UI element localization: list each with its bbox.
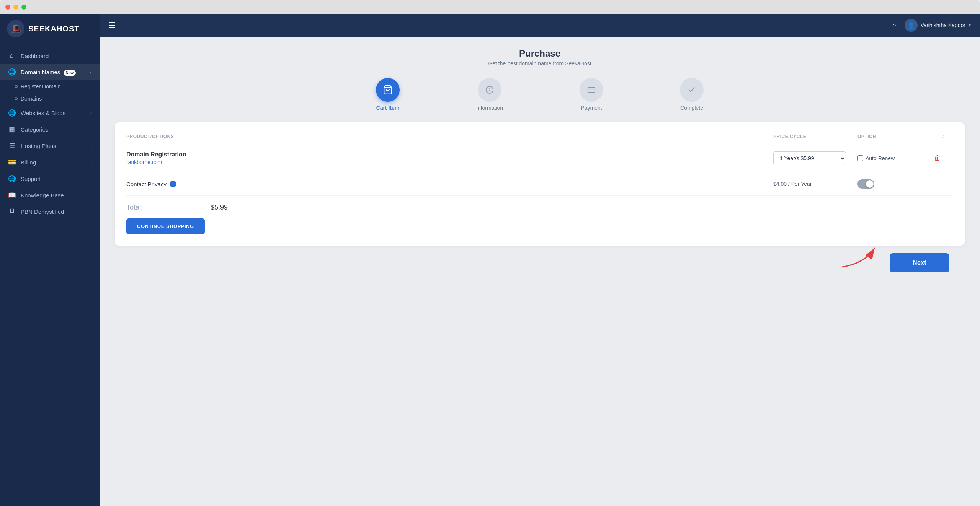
hamburger-menu-icon[interactable]: ☰ — [109, 21, 116, 30]
pbn-icon: 🖥 — [8, 208, 16, 215]
sidebar-item-support[interactable]: 🌐 Support — [0, 171, 100, 187]
price-cycle-select[interactable]: 1 Year/s $5.99 2 Year/s $11.98 — [773, 151, 846, 165]
globe-icon: 🌐 — [8, 68, 16, 76]
sidebar-item-websites-blogs[interactable]: 🌐 Websites & Blogs ‹ — [0, 105, 100, 121]
logo-icon: 🎩 — [7, 20, 24, 37]
step-label-complete: Complete — [680, 105, 703, 111]
sidebar-navigation: ⌂ Dashboard 🌐 Domain Names New ▾ Registe… — [0, 44, 100, 223]
support-icon: 🌐 — [8, 175, 16, 183]
total-row: Total: $5.99 — [126, 196, 953, 215]
websites-icon: 🌐 — [8, 109, 16, 117]
step-complete: Complete — [680, 78, 704, 111]
delete-icon[interactable]: 🗑 — [934, 154, 941, 162]
step-label-payment: Payment — [581, 105, 602, 111]
col-product: PRODUCT/OPTIONS — [126, 134, 773, 139]
toggle-cell — [858, 179, 934, 189]
cart-card: PRODUCT/OPTIONS PRICE/CYCLE OPTION # Dom… — [115, 122, 965, 246]
maximize-dot[interactable] — [21, 5, 26, 10]
sidebar-item-categories[interactable]: ▦ Categories — [0, 121, 100, 138]
sidebar-item-label: Dashboard — [21, 53, 92, 59]
sidebar-item-label: Hosting Plans — [21, 143, 86, 149]
step-circle-payment — [580, 78, 603, 102]
sidebar-item-domain-names[interactable]: 🌐 Domain Names New ▾ — [0, 64, 100, 80]
sub-dot-icon — [15, 85, 18, 88]
chevron-right-icon: ‹ — [90, 111, 92, 116]
step-connector-3 — [607, 89, 676, 89]
minimize-dot[interactable] — [13, 5, 18, 10]
close-dot[interactable] — [5, 5, 10, 10]
chevron-right-icon: ‹ — [90, 143, 92, 149]
sidebar-item-label: Knowledge Base — [21, 192, 92, 198]
user-menu[interactable]: 👤 Vashishtha Kapoor ▾ — [905, 19, 971, 32]
sidebar-item-label: Categories — [21, 126, 92, 133]
next-button[interactable]: Next — [890, 253, 949, 272]
step-circle-complete — [680, 78, 704, 102]
step-label-information: Information — [476, 105, 503, 111]
home-nav-icon[interactable]: ⌂ — [892, 21, 897, 30]
sidebar-item-billing[interactable]: 💳 Billing ‹ — [0, 154, 100, 171]
domain-names-submenu: Register Domain Domains — [0, 80, 100, 105]
main-content: Purchase Get the best domain name from S… — [100, 37, 980, 506]
new-badge: New — [64, 70, 76, 76]
bottom-action-area: Next — [115, 253, 965, 280]
chevron-right-icon: ‹ — [90, 160, 92, 165]
step-circle-cart — [376, 78, 400, 102]
main-area: ☰ ⌂ 👤 Vashishtha Kapoor ▾ Purchase Get t… — [100, 14, 980, 506]
auto-renew-label[interactable]: Auto Renew — [858, 155, 934, 161]
page-title: Purchase — [115, 48, 965, 59]
info-icon[interactable]: i — [170, 181, 176, 187]
contact-privacy-row: Contact Privacy i $4.00 / Per Year — [126, 172, 953, 196]
window-chrome — [0, 0, 980, 14]
sub-dot-icon — [15, 97, 18, 100]
top-navigation: ☰ ⌂ 👤 Vashishtha Kapoor ▾ — [100, 14, 980, 37]
page-header: Purchase Get the best domain name from S… — [115, 48, 965, 67]
avatar: 👤 — [905, 19, 918, 32]
sidebar-item-knowledge-base[interactable]: 📖 Knowledge Base — [0, 187, 100, 203]
page-subtitle: Get the best domain name from SeekaHost — [115, 60, 965, 67]
price-cycle-cell: 1 Year/s $5.99 2 Year/s $11.98 — [773, 151, 858, 165]
col-price: PRICE/CYCLE — [773, 134, 858, 139]
user-chevron-icon: ▾ — [969, 23, 971, 28]
sidebar-item-label: Domain Names New — [21, 69, 85, 75]
step-payment: Payment — [580, 78, 603, 111]
sidebar-item-domains[interactable]: Domains — [0, 93, 100, 105]
sidebar-item-label: Billing — [21, 159, 86, 166]
privacy-price: $4.00 / Per Year — [773, 181, 812, 187]
step-label-cart: Cart Item — [376, 105, 400, 111]
product-name: Domain Registration — [126, 151, 773, 158]
auto-renew-cell: Auto Renew — [858, 155, 934, 161]
sidebar-item-label: Support — [21, 176, 92, 182]
arrow-annotation — [835, 240, 880, 272]
top-nav-right: ⌂ 👤 Vashishtha Kapoor ▾ — [892, 19, 971, 32]
contact-privacy-toggle[interactable] — [858, 179, 874, 189]
logo-text: SEEKAHOST — [28, 24, 79, 33]
sidebar-item-dashboard[interactable]: ⌂ Dashboard — [0, 48, 100, 64]
home-icon: ⌂ — [8, 52, 16, 60]
step-connector-2 — [507, 89, 576, 89]
sidebar-item-pbn-demystified[interactable]: 🖥 PBN Demystified — [0, 203, 100, 220]
sidebar-item-label: PBN Demystified — [21, 208, 92, 215]
stepper: Cart Item Information — [115, 78, 965, 111]
sidebar-item-label: Websites & Blogs — [21, 110, 86, 116]
step-information: Information — [476, 78, 503, 111]
auto-renew-checkbox[interactable] — [858, 155, 863, 161]
col-option: OPTION — [858, 134, 934, 139]
sidebar-item-hosting-plans[interactable]: ☰ Hosting Plans ‹ — [0, 138, 100, 154]
total-amount: $5.99 — [211, 203, 228, 212]
sidebar-item-register-domain[interactable]: Register Domain — [0, 80, 100, 93]
hosting-icon: ☰ — [8, 142, 16, 150]
contact-privacy-label: Contact Privacy i — [126, 181, 773, 187]
user-name: Vashishtha Kapoor — [921, 22, 965, 28]
contact-privacy-text: Contact Privacy — [126, 181, 167, 187]
step-circle-information — [478, 78, 501, 102]
step-cart: Cart Item — [376, 78, 400, 111]
sidebar-sub-label: Register Domain — [21, 83, 60, 89]
sidebar-logo: 🎩 SEEKAHOST — [0, 14, 100, 44]
continue-shopping-button[interactable]: CONTINUE SHOPPING — [126, 218, 205, 234]
auto-renew-text: Auto Renew — [866, 155, 895, 161]
delete-cell: 🗑 — [934, 154, 953, 162]
svg-rect-4 — [588, 88, 595, 93]
product-domain[interactable]: rankborne.com — [126, 159, 773, 165]
cart-table-header: PRODUCT/OPTIONS PRICE/CYCLE OPTION # — [126, 134, 953, 144]
knowledge-icon: 📖 — [8, 191, 16, 199]
